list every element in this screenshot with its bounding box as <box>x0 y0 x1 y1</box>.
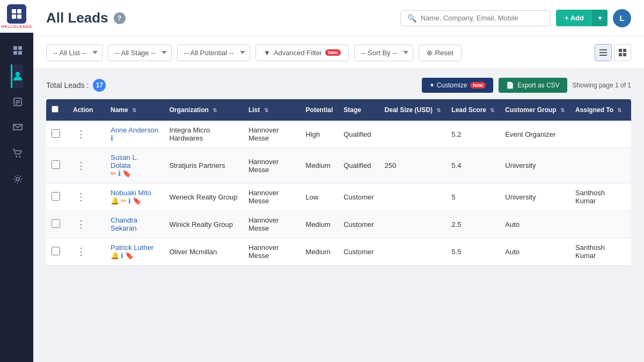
row-action-menu[interactable]: ⋮ <box>73 190 89 204</box>
header-name[interactable]: Name ⇅ <box>105 99 164 121</box>
header-stage: Stage <box>338 99 379 121</box>
row-stage: Customer <box>338 211 379 238</box>
row-checkbox[interactable] <box>52 129 60 138</box>
sidebar-item-reports[interactable] <box>11 90 23 114</box>
reset-button[interactable]: ⊗ Reset <box>419 45 462 61</box>
info-icon: ℹ <box>128 197 131 205</box>
export-csv-button[interactable]: 📄 Export as CSV <box>499 78 567 93</box>
row-organization: Winick Realty Group <box>164 211 243 238</box>
add-button-dropdown[interactable]: ▾ <box>592 10 608 26</box>
row-name-cell: Susan L. Dolata ✏ℹ🔖 <box>105 148 164 183</box>
row-potential: High <box>301 121 339 148</box>
info-icon: ℹ <box>121 252 123 260</box>
row-stage: Customer <box>338 238 379 265</box>
potential-filter[interactable]: -- All Potential -- <box>177 45 250 61</box>
export-icon: 📄 <box>506 82 514 89</box>
row-deal-size <box>379 238 447 265</box>
grid-view-button[interactable] <box>614 44 631 61</box>
svg-rect-1 <box>17 9 21 13</box>
advanced-filter-badge: New <box>325 49 341 56</box>
row-potential: Medium <box>301 238 339 265</box>
row-stage: Qualified <box>338 121 379 148</box>
row-lead-score: 5.2 <box>446 121 500 148</box>
row-lead-score: 5.5 <box>446 238 500 265</box>
header: All Leads ? 🔍 + Add ▾ L <box>33 0 644 36</box>
row-checkbox[interactable] <box>52 160 60 169</box>
header-list[interactable]: List ⇅ <box>243 99 301 121</box>
table-row: ⋮ Chandra Sekaran Winick Realty Group Ha… <box>46 211 631 238</box>
edit-icon: ✏ <box>111 169 116 178</box>
row-customer-group: University <box>500 183 570 211</box>
row-name[interactable]: Chandra Sekaran <box>111 216 158 232</box>
row-potential: Low <box>301 183 339 211</box>
sidebar-item-messages[interactable] <box>11 116 23 139</box>
search-input[interactable] <box>421 14 544 22</box>
row-name[interactable]: Susan L. Dolata <box>111 153 158 169</box>
logo-text: HELLOLEADS <box>1 25 32 28</box>
sidebar-item-leads[interactable] <box>11 64 23 88</box>
row-assigned-to <box>570 121 631 148</box>
bookmark-icon: 🔖 <box>133 197 141 205</box>
row-stage: Customer <box>338 183 379 211</box>
info-icon: ℹ <box>111 134 113 142</box>
row-name[interactable]: Anne Anderson <box>111 126 158 134</box>
row-checkbox-cell <box>46 148 68 183</box>
row-name[interactable]: Nobuaki Mito <box>111 189 158 197</box>
row-checkbox-cell <box>46 238 68 265</box>
sidebar-item-cart[interactable] <box>11 142 23 165</box>
row-action-cell: ⋮ <box>68 183 105 211</box>
row-list: Hannover Messe <box>243 183 301 211</box>
sidebar-item-settings[interactable] <box>11 167 23 191</box>
sidebar: HELLOLEADS <box>0 0 33 362</box>
header-lead-score[interactable]: Lead Score ⇅ <box>446 99 500 121</box>
row-action-menu[interactable]: ⋮ <box>73 245 89 258</box>
header-assigned-to[interactable]: Assigned To ⇅ <box>570 99 631 121</box>
user-avatar[interactable]: L <box>613 9 631 27</box>
svg-point-13 <box>16 156 17 158</box>
add-button[interactable]: + Add <box>556 10 592 26</box>
row-checkbox[interactable] <box>52 219 60 228</box>
sort-by-filter[interactable]: -- Sort By -- <box>354 45 413 61</box>
row-name-cell: Patrick Luther 🔔ℹ🔖 <box>105 238 164 265</box>
header-left: All Leads ? <box>46 10 126 26</box>
stage-filter[interactable]: -- All Stage -- <box>108 45 172 61</box>
svg-rect-19 <box>619 49 622 52</box>
search-box: 🔍 <box>400 10 551 26</box>
svg-point-14 <box>19 156 20 158</box>
bell-icon: 🔔 <box>111 252 119 260</box>
leads-count-badge: 17 <box>93 79 106 92</box>
row-checkbox[interactable] <box>52 247 60 255</box>
row-deal-size <box>379 121 447 148</box>
sidebar-item-dashboard[interactable] <box>11 39 23 62</box>
row-customer-group: Auto <box>500 238 570 265</box>
row-action-cell: ⋮ <box>68 211 105 238</box>
row-organization: Oliver Mcmillan <box>164 238 243 265</box>
row-customer-group: Auto <box>500 211 570 238</box>
header-deal-size[interactable]: Deal Size (USD) ⇅ <box>379 99 447 121</box>
row-name-cell: Nobuaki Mito 🔔✏ℹ🔖 <box>105 183 164 211</box>
advanced-filter-button[interactable]: ▼ Advanced Filter New <box>255 45 349 61</box>
list-filter[interactable]: -- All List -- <box>46 45 103 61</box>
row-action-menu[interactable]: ⋮ <box>73 127 89 141</box>
header-customer-group[interactable]: Customer Group ⇅ <box>500 99 570 121</box>
row-assigned-to: Santhosh Kumar <box>570 183 631 211</box>
sidebar-logo: HELLOLEADS <box>0 0 33 33</box>
svg-rect-5 <box>18 46 22 50</box>
row-checkbox[interactable] <box>52 192 60 201</box>
row-name[interactable]: Patrick Luther <box>111 243 158 252</box>
row-action-menu[interactable]: ⋮ <box>73 159 89 173</box>
list-view-button[interactable] <box>595 44 612 61</box>
row-assigned-to <box>570 148 631 183</box>
row-action-cell: ⋮ <box>68 121 105 148</box>
row-action-menu[interactable]: ⋮ <box>73 217 89 231</box>
help-icon[interactable]: ? <box>114 12 126 24</box>
row-deal-size: 250 <box>379 148 447 183</box>
page-info: Showing page 1 of 1 <box>573 82 631 89</box>
customize-button[interactable]: ✦ Customize New <box>422 78 493 93</box>
header-right: 🔍 + Add ▾ L <box>400 9 631 27</box>
select-all-checkbox[interactable] <box>52 106 58 113</box>
header-potential: Potential <box>301 99 339 121</box>
header-organization[interactable]: Organization ⇅ <box>164 99 243 121</box>
row-potential: Medium <box>301 148 339 183</box>
row-lead-icons: 🔔✏ℹ🔖 <box>111 197 158 205</box>
